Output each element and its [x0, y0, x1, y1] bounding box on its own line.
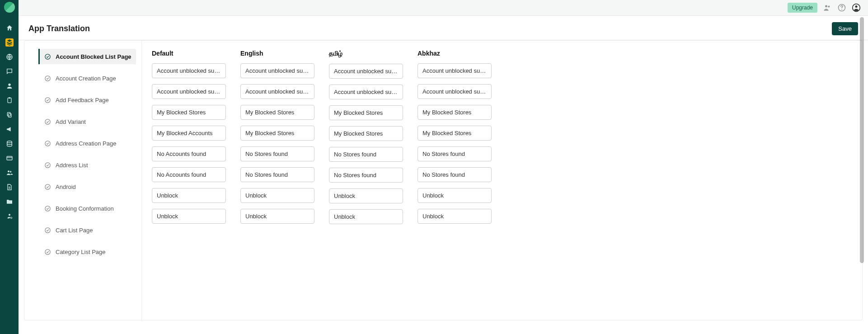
- nav-copy[interactable]: [0, 108, 19, 122]
- file-icon: [6, 183, 13, 191]
- svg-point-21: [45, 141, 50, 146]
- nav-home[interactable]: [0, 21, 19, 35]
- translation-input[interactable]: [240, 105, 314, 120]
- translation-input[interactable]: [418, 105, 492, 120]
- translation-input[interactable]: [152, 126, 226, 141]
- translation-input[interactable]: [152, 209, 226, 224]
- side-item-address-creation[interactable]: Address Creation Page: [40, 136, 136, 151]
- svg-point-20: [45, 119, 50, 124]
- translation-input[interactable]: [240, 126, 314, 141]
- translation-input[interactable]: [418, 63, 492, 78]
- check-circle-icon: [44, 97, 51, 103]
- svg-point-6: [7, 141, 12, 143]
- brand-logo: [4, 2, 15, 13]
- page-header: App Translation Save: [19, 16, 868, 40]
- translation-input[interactable]: [240, 63, 314, 78]
- user-icon: [6, 82, 13, 89]
- nav-users[interactable]: [0, 165, 19, 180]
- svg-rect-4: [8, 113, 11, 117]
- translation-input[interactable]: [329, 188, 403, 203]
- scrollbar[interactable]: [860, 17, 864, 333]
- nav-globe[interactable]: [0, 50, 19, 64]
- check-circle-icon: [44, 162, 51, 169]
- translation-input[interactable]: [418, 84, 492, 99]
- translation-input[interactable]: [418, 167, 492, 182]
- nav-chat[interactable]: [0, 64, 19, 79]
- side-item-cart-list[interactable]: Cart List Page: [40, 222, 136, 238]
- page-categories-list: Account Blocked List Page Account Creati…: [24, 41, 142, 320]
- nav-database[interactable]: [0, 136, 19, 151]
- translation-input[interactable]: [418, 126, 492, 141]
- translation-input[interactable]: [240, 84, 314, 99]
- nav-clipboard[interactable]: [0, 93, 19, 108]
- invite-users-button[interactable]: [823, 3, 832, 12]
- upgrade-button[interactable]: Upgrade: [788, 3, 817, 13]
- nav-card[interactable]: [0, 151, 19, 165]
- side-item-label: Add Feedback Page: [56, 97, 109, 103]
- translation-input[interactable]: [329, 147, 403, 162]
- side-item-address-list[interactable]: Address List: [40, 157, 136, 173]
- svg-point-22: [45, 162, 50, 167]
- chat-icon: [6, 68, 13, 75]
- check-circle-icon: [44, 53, 51, 60]
- check-circle-icon: [44, 249, 51, 255]
- page-title: App Translation: [28, 24, 90, 33]
- svg-point-8: [8, 170, 9, 172]
- translation-input[interactable]: [240, 209, 314, 224]
- copy-icon: [6, 111, 13, 118]
- translation-input[interactable]: [152, 146, 226, 161]
- check-circle-icon: [44, 118, 51, 125]
- translation-input[interactable]: [152, 63, 226, 78]
- svg-point-25: [45, 227, 50, 232]
- translation-input[interactable]: [240, 188, 314, 203]
- nav-apps[interactable]: [0, 35, 19, 50]
- translation-input[interactable]: [329, 85, 403, 99]
- translation-input[interactable]: [418, 146, 492, 161]
- side-item-add-variant[interactable]: Add Variant: [40, 114, 136, 129]
- clipboard-icon: [6, 97, 13, 104]
- nav-settings-user[interactable]: [0, 209, 19, 223]
- translation-input[interactable]: [329, 126, 403, 141]
- side-item-android[interactable]: Android: [40, 179, 136, 194]
- svg-point-13: [828, 5, 830, 7]
- side-item-account-blocked-list[interactable]: Account Blocked List Page: [40, 49, 136, 64]
- svg-rect-5: [7, 113, 10, 116]
- side-item-label: Account Blocked List Page: [56, 53, 131, 60]
- side-item-add-feedback[interactable]: Add Feedback Page: [40, 92, 136, 108]
- translation-input[interactable]: [240, 167, 314, 182]
- side-item-account-creation[interactable]: Account Creation Page: [40, 71, 136, 86]
- lang-column-default: Default: [152, 50, 226, 320]
- nav-megaphone[interactable]: [0, 122, 19, 136]
- lang-header: English: [240, 50, 314, 57]
- translation-input[interactable]: [329, 64, 403, 79]
- folder-icon: [6, 198, 13, 205]
- nav-file[interactable]: [0, 180, 19, 194]
- translation-input[interactable]: [418, 209, 492, 224]
- translation-input[interactable]: [240, 146, 314, 161]
- check-circle-icon: [44, 205, 51, 212]
- side-item-label: Android: [56, 183, 76, 190]
- scroll-thumb[interactable]: [860, 17, 864, 263]
- help-button[interactable]: [837, 3, 846, 12]
- translation-input[interactable]: [152, 188, 226, 203]
- check-circle-icon: [44, 183, 51, 190]
- side-item-booking-conformation[interactable]: Booking Conformation: [40, 201, 136, 216]
- translation-input[interactable]: [418, 188, 492, 203]
- translation-input[interactable]: [329, 168, 403, 183]
- svg-rect-2: [8, 98, 11, 103]
- side-item-label: Address Creation Page: [56, 140, 116, 147]
- app-sidebar: [0, 0, 19, 334]
- lang-column-abkhaz: Abkhaz: [418, 50, 492, 320]
- translation-panel: Account Blocked List Page Account Creati…: [24, 40, 863, 320]
- account-menu[interactable]: [852, 3, 861, 12]
- save-button[interactable]: Save: [832, 22, 858, 35]
- translation-input[interactable]: [329, 105, 403, 120]
- nav-user[interactable]: [0, 79, 19, 93]
- side-item-category-list[interactable]: Category List Page: [40, 244, 136, 259]
- translation-input[interactable]: [152, 84, 226, 99]
- translation-input[interactable]: [152, 167, 226, 182]
- translation-input[interactable]: [329, 209, 403, 224]
- translation-input[interactable]: [152, 105, 226, 120]
- nav-folder[interactable]: [0, 194, 19, 209]
- side-item-label: Account Creation Page: [56, 75, 116, 82]
